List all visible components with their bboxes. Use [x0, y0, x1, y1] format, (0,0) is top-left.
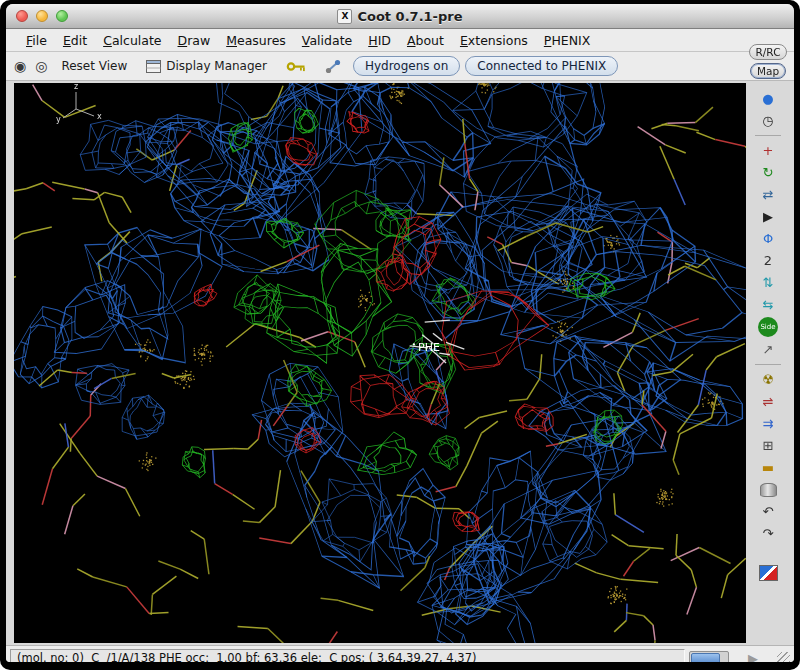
window-controls: [16, 4, 68, 28]
menu-file[interactable]: File: [18, 31, 55, 50]
sphere-refine-icon[interactable]: ●: [756, 88, 780, 109]
statusbar: (mol. no: 0) C /1/A/138 PHE occ: 1.00 bf…: [6, 645, 794, 662]
toolstrip-separator: [755, 135, 781, 136]
screenshot-frame: X Coot 0.7.1-pre File Edit Calculate Dra…: [0, 0, 800, 670]
molecular-viewport[interactable]: [14, 83, 746, 643]
display-manager-label: Display Manager: [166, 59, 267, 73]
window-title: Coot 0.7.1-pre: [357, 9, 462, 24]
toolstrip-separator: [755, 364, 781, 365]
menubar: File Edit Calculate Draw Measures Valida…: [6, 29, 794, 52]
recenter-view-icon[interactable]: ◎: [33, 58, 49, 74]
minimize-button[interactable]: [36, 10, 48, 22]
menu-validate[interactable]: Validate: [294, 31, 360, 50]
display-colors-icon[interactable]: [756, 562, 780, 583]
real-space-refine-icon[interactable]: ↻: [756, 162, 780, 183]
reset-view-label: Reset View: [61, 59, 127, 73]
menu-hid[interactable]: HID: [360, 31, 399, 50]
key-tool-button[interactable]: [279, 58, 313, 75]
resize-grip[interactable]: [777, 652, 790, 663]
phenix-status-button[interactable]: Connected to PHENIX: [465, 56, 618, 76]
reset-view-button[interactable]: Reset View: [54, 56, 134, 76]
rrc-button[interactable]: R/RC: [749, 44, 788, 60]
right-toolbar: R/RC Map ●◷+↻⇄▶Φ2⇅⇆Side↗☢⇌⇉⊞▬↶↷: [745, 44, 791, 632]
rotamers-icon[interactable]: Φ: [756, 228, 780, 249]
titlebar[interactable]: X Coot 0.7.1-pre: [6, 4, 794, 29]
auto-fit-rotamer-icon[interactable]: ⇆: [756, 294, 780, 315]
play-icon[interactable]: ▶: [733, 651, 773, 663]
menu-phenix[interactable]: PHENIX: [536, 31, 598, 50]
delete-item-icon[interactable]: [756, 479, 780, 500]
add-alt-conf-icon[interactable]: ⇉: [756, 413, 780, 434]
phenix-status-label: Connected to PHENIX: [477, 59, 606, 73]
edit-chi-angles-icon[interactable]: ↗: [756, 339, 780, 360]
translate-view-icon[interactable]: +: [756, 140, 780, 161]
side-chain-180-icon[interactable]: Side: [758, 317, 778, 337]
find-waters-icon[interactable]: ▬: [756, 457, 780, 478]
menu-edit[interactable]: Edit: [55, 31, 95, 50]
hydrogens-toggle[interactable]: Hydrogens on: [353, 56, 460, 76]
toolbar: ◉ ◎ Reset View Display Manager: [6, 52, 794, 81]
model-refine-toolstrip: ●◷+↻⇄▶Φ2⇅⇆Side↗☢⇌⇉⊞▬↶↷: [755, 88, 781, 583]
zoom-button[interactable]: [56, 10, 68, 22]
menu-calculate[interactable]: Calculate: [95, 31, 169, 50]
add-terminal-residue-icon[interactable]: ⇌: [756, 391, 780, 412]
menu-about[interactable]: About: [399, 31, 452, 50]
display-colors-icon-shape: [759, 565, 778, 581]
mutate-icon[interactable]: ☢: [756, 369, 780, 390]
title-area: X Coot 0.7.1-pre: [337, 9, 462, 24]
display-manager-icon: [146, 60, 161, 73]
undo-icon[interactable]: ↶: [756, 501, 780, 522]
rotate-translate-icon[interactable]: ⇅: [756, 272, 780, 293]
viewport-area: [6, 81, 794, 645]
place-atom-icon[interactable]: ⊞: [756, 435, 780, 456]
display-manager-button[interactable]: Display Manager: [139, 56, 274, 76]
map-button[interactable]: Map: [750, 63, 786, 79]
rotate-view-icon[interactable]: ◉: [12, 58, 28, 74]
menu-measures[interactable]: Measures: [218, 31, 294, 50]
regularize-icon[interactable]: ⇄: [756, 184, 780, 205]
fixed-atoms-icon[interactable]: ▶: [756, 206, 780, 227]
go-to-atom-icon: [325, 59, 341, 74]
key-icon: [286, 61, 306, 72]
hydrogens-label: Hydrogens on: [365, 59, 448, 73]
delete-item-icon-shape: [760, 483, 777, 497]
flip-180-icon[interactable]: 2: [756, 250, 780, 271]
status-text: (mol. no: 0) C /1/A/138 PHE occ: 1.00 bf…: [10, 649, 685, 662]
mini-scrollbar[interactable]: [689, 651, 729, 663]
go-to-atom-button[interactable]: [318, 56, 348, 77]
redo-icon[interactable]: ↷: [756, 523, 780, 544]
mini-scrollbar-thumb[interactable]: [691, 653, 720, 663]
close-button[interactable]: [16, 10, 28, 22]
menu-extensions[interactable]: Extensions: [452, 31, 536, 50]
clock-icon[interactable]: ◷: [756, 110, 780, 131]
coot-window: X Coot 0.7.1-pre File Edit Calculate Dra…: [6, 4, 794, 662]
menu-draw[interactable]: Draw: [170, 31, 219, 50]
x11-app-icon: X: [337, 9, 352, 24]
